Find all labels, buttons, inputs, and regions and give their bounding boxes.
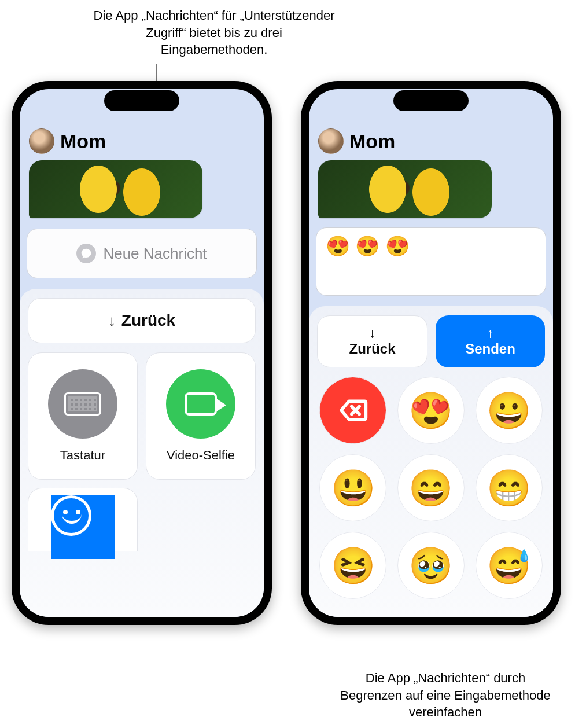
phone-left: Mom Neue Nachricht ↓ Zurück xyxy=(12,81,272,625)
compose-field[interactable]: 😍 😍 😍 xyxy=(316,227,546,296)
avatar xyxy=(29,128,54,154)
compose-value: 😍 😍 😍 xyxy=(326,235,410,257)
tile-keyboard[interactable]: Tastatur xyxy=(28,352,138,480)
emoji-key[interactable]: 😍 xyxy=(397,377,465,444)
back-button[interactable]: ↓ Zurück xyxy=(317,315,427,367)
tile-keyboard-label: Tastatur xyxy=(60,448,105,463)
emoji-key[interactable]: 😁 xyxy=(476,454,543,521)
screen-left: Mom Neue Nachricht ↓ Zurück xyxy=(20,89,264,617)
caption-bottom: Die App „Nachrichten“ durch Begrenzen au… xyxy=(336,670,555,721)
received-image-bubble[interactable] xyxy=(29,160,202,218)
back-button[interactable]: ↓ Zurück xyxy=(28,298,256,343)
arrow-down-icon: ↓ xyxy=(108,312,116,330)
back-label: Zurück xyxy=(349,341,395,357)
backspace-icon xyxy=(337,395,368,426)
video-icon xyxy=(166,369,235,439)
emoji-key[interactable]: 😅 xyxy=(476,532,543,599)
arrow-down-icon: ↓ xyxy=(369,326,375,341)
avatar xyxy=(318,128,344,154)
screen-right: Mom 😍 😍 😍 ↓ Zurück ↑ Senden xyxy=(309,89,553,617)
callout-line-bottom xyxy=(440,626,440,667)
action-row: ↓ Zurück ↑ Senden xyxy=(317,315,545,367)
compose-placeholder: Neue Nachricht xyxy=(103,245,207,263)
emoji-panel: ↓ Zurück ↑ Senden 😍 xyxy=(309,306,553,617)
tile-video-selfie[interactable]: Video-Selfie xyxy=(146,352,256,480)
emoji-icon xyxy=(51,495,115,559)
emoji-key[interactable]: 😀 xyxy=(476,377,543,444)
contact-name: Mom xyxy=(60,130,106,153)
emoji-key[interactable]: 🥹 xyxy=(397,532,465,599)
arrow-up-icon: ↑ xyxy=(487,326,493,341)
delete-key[interactable] xyxy=(319,377,386,444)
back-label: Zurück xyxy=(121,311,175,330)
emoji-key[interactable]: 😄 xyxy=(397,454,465,521)
emoji-keyboard: 😍 😀 😃 😄 😁 😆 🥹 😅 xyxy=(317,377,545,599)
send-button[interactable]: ↑ Senden xyxy=(436,315,545,367)
phones-row: Mom Neue Nachricht ↓ Zurück xyxy=(12,81,561,625)
phone-right: Mom 😍 😍 😍 ↓ Zurück ↑ Senden xyxy=(301,81,561,625)
emoji-key[interactable]: 😃 xyxy=(319,454,386,521)
compose-field[interactable]: Neue Nachricht xyxy=(27,229,257,278)
contact-name: Mom xyxy=(349,130,395,153)
messages-area xyxy=(309,160,553,224)
emoji-key[interactable]: 😆 xyxy=(319,532,386,599)
messages-area xyxy=(20,160,264,224)
received-image-bubble[interactable] xyxy=(318,160,492,218)
keyboard-icon xyxy=(48,369,117,439)
dynamic-island xyxy=(393,90,469,111)
input-tiles-grid: Tastatur Video-Selfie xyxy=(28,352,256,551)
send-label: Senden xyxy=(465,341,515,357)
tile-emoji-partial[interactable] xyxy=(28,488,138,551)
dynamic-island xyxy=(104,90,179,111)
new-message-icon xyxy=(76,244,96,263)
caption-top: Die App „Nachrichten“ für „Unterstützend… xyxy=(93,7,336,58)
tile-video-label: Video-Selfie xyxy=(167,448,235,463)
input-panel: ↓ Zurück Tastatur Video-Selfie xyxy=(20,289,264,617)
